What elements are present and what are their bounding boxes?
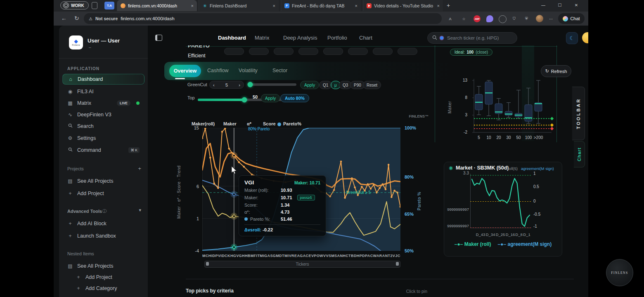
tab-close-icon[interactable]: × — [437, 3, 440, 8]
sidebar-item-command[interactable]: Command ⌘ K — [62, 145, 144, 156]
greencut-annotation: GreenCut ≥ 5 — [346, 190, 371, 195]
pill-button[interactable] — [298, 48, 318, 55]
legend-alpha[interactable]: α* — [247, 121, 251, 126]
scrollbar-left-handle[interactable] — [206, 262, 209, 266]
tab-cashflow[interactable]: Cashflow — [207, 68, 228, 73]
reset-button[interactable]: Reset — [363, 81, 381, 89]
close-window-button[interactable]: ✕ — [571, 3, 582, 7]
moon-icon: ☾ — [570, 35, 575, 41]
sidebar-item-add-project[interactable]: + Add Project — [62, 188, 144, 199]
right-axis-title: Pareto % — [417, 182, 421, 210]
pill-button[interactable] — [249, 48, 269, 55]
extension-icon[interactable] — [499, 15, 507, 23]
tab-overview[interactable]: Overview — [169, 65, 201, 77]
slider-thumb[interactable] — [248, 82, 253, 87]
dark-mode-toggle[interactable]: ☾ — [566, 32, 578, 44]
sidebar-item-dashboard[interactable]: ⌂ Dashboard — [62, 74, 144, 85]
adblock-extension-icon[interactable]: ABP — [474, 15, 481, 22]
tab-volatility[interactable]: Volatility — [239, 68, 258, 73]
market-agreement-label[interactable]: agreement(M sign) — [521, 166, 554, 171]
sidebar-item-add-project-2[interactable]: + Add Project — [71, 272, 144, 283]
ticker-search[interactable] — [427, 32, 517, 44]
legend-maker[interactable]: Maker — [223, 121, 237, 126]
sidebar-item-label: Add Project — [77, 191, 104, 196]
sidebar-item-search[interactable]: Search — [62, 121, 144, 132]
tab-close-icon[interactable]: × — [191, 3, 194, 8]
delta-value: -0.22 — [263, 227, 273, 232]
pill-button[interactable] — [274, 48, 294, 55]
stepper-prev-icon[interactable]: ‹ — [213, 82, 215, 87]
shield-icon[interactable]: ⛨ — [523, 15, 530, 22]
pill-button[interactable] — [373, 48, 393, 55]
top-apply-button[interactable]: Apply — [261, 94, 280, 102]
sidebar-item-launch-sandbox[interactable]: + Launch Sandbox — [62, 231, 144, 241]
copilot-chat-button[interactable]: Chat — [558, 13, 585, 24]
new-tab-button[interactable]: + — [447, 2, 450, 9]
sidebar-item-matrix[interactable]: ▦ Matrix LIVE — [62, 98, 144, 108]
nav-portfolio[interactable]: Portfolio — [327, 35, 347, 41]
tickers-scrollbar[interactable]: Tickers — [204, 261, 400, 268]
browser-tab-finlens-dashboard[interactable]: ✳ Finlens DashBoard × — [199, 0, 279, 11]
pill-button[interactable] — [323, 48, 343, 55]
chart-side-tab[interactable]: Chart — [574, 141, 585, 167]
nav-dashboard[interactable]: Dashboard — [218, 35, 246, 41]
pill-button[interactable] — [348, 48, 368, 55]
pill-button[interactable] — [398, 48, 417, 55]
sidebar-item-fil3-ai[interactable]: ◉ FIL3 AI — [62, 86, 144, 97]
browser-tab-youtube-studio[interactable]: Video details - YouTube Studio × — [363, 0, 443, 11]
maker-distribution-boxplot[interactable] — [466, 78, 556, 139]
legend-agreement[interactable]: –●– agreement(M sign) — [498, 241, 552, 247]
greencut-stepper[interactable]: ‹ 5 › — [209, 81, 244, 89]
sidebar-item-add-ai-block[interactable]: + Add AI Block — [62, 218, 144, 229]
slider-thumb[interactable] — [242, 97, 247, 103]
scrollbar-right-handle[interactable] — [396, 262, 399, 266]
sidebar-item-add-category[interactable]: + Add Category — [71, 283, 144, 294]
tab-close-icon[interactable]: × — [273, 3, 275, 8]
nav-deep-analysis[interactable]: Deep Analysis — [283, 35, 317, 41]
nav-matrix[interactable]: Matrix — [255, 35, 269, 41]
tab-close-icon[interactable]: × — [355, 3, 358, 8]
tab-search-icon[interactable] — [92, 2, 97, 9]
sidebar-item-see-all-projects[interactable]: ▤ See All Projects — [62, 176, 144, 186]
sidebar-item-settings[interactable]: ⚙ Settings — [62, 133, 144, 144]
back-button[interactable]: ← — [61, 15, 67, 21]
profile-button[interactable]: WORK — [60, 1, 89, 9]
browser-tab-finlens-dash[interactable]: finlens.com.vn:4000/dash × — [117, 0, 197, 11]
more-menu-icon[interactable]: ⋯ — [547, 15, 554, 22]
user-avatar[interactable] — [582, 32, 588, 43]
minimize-button[interactable]: — — [537, 3, 549, 7]
legend-score[interactable]: Score — [263, 121, 276, 126]
greencut-slider[interactable] — [248, 83, 296, 86]
read-aloud-icon[interactable]: A — [447, 15, 454, 22]
nav-chart[interactable]: Chart — [359, 35, 372, 41]
legend-maker-roll[interactable]: –●– Maker (roll) — [455, 241, 491, 247]
market-roll-label[interactable]: Roll(5) — [506, 166, 518, 171]
market-sb3mk-chart[interactable] — [470, 174, 531, 231]
chevron-down-icon[interactable]: ▾ — [139, 207, 141, 213]
stepper-next-icon[interactable]: › — [239, 82, 240, 87]
sidebar-item-deepfinlen[interactable]: ∿ DeepFinlen V3 — [62, 109, 144, 120]
workspace-badge[interactable]: T.A — [104, 2, 114, 9]
toolbar-side-tab[interactable]: TOOLBAR — [572, 87, 585, 140]
tab-sector[interactable]: Sector — [272, 68, 287, 73]
greencut-apply-button[interactable]: Apply — [300, 81, 319, 89]
pill-button[interactable] — [224, 48, 244, 55]
click-to-pin-hint[interactable]: Click to pin — [378, 289, 427, 294]
add-project-plus-icon[interactable]: + — [138, 165, 141, 172]
address-bar[interactable]: ⚠ Not secure finlens.com.vn:4000/dash — [84, 13, 442, 24]
profile-avatar[interactable] — [536, 15, 543, 22]
tooltip-header-value: Maker: 10.71 — [294, 180, 320, 185]
reload-button[interactable]: ↻ — [74, 15, 79, 21]
extension-icon[interactable] — [486, 15, 493, 22]
maximize-button[interactable]: ☐ — [554, 3, 566, 7]
search-input[interactable] — [446, 35, 510, 41]
refresh-button[interactable]: ↻ Refresh — [541, 65, 571, 77]
collections-icon[interactable]: ⛉ — [511, 15, 518, 22]
sidebar-toggle-icon[interactable] — [155, 35, 162, 41]
legend-pareto[interactable]: Pareto% — [283, 121, 301, 126]
browser-tab-fireant[interactable]: F FireAnt - Biểu đồ dạng TAB × — [281, 0, 361, 11]
sidebar-item-see-all-projects-2[interactable]: ▤ See All Projects — [62, 261, 144, 271]
auto-80-button[interactable]: Auto 80% — [280, 94, 309, 102]
quantile-q1-button[interactable]: Q1 — [319, 81, 332, 89]
favorite-star-icon[interactable]: ☆ — [460, 15, 467, 22]
